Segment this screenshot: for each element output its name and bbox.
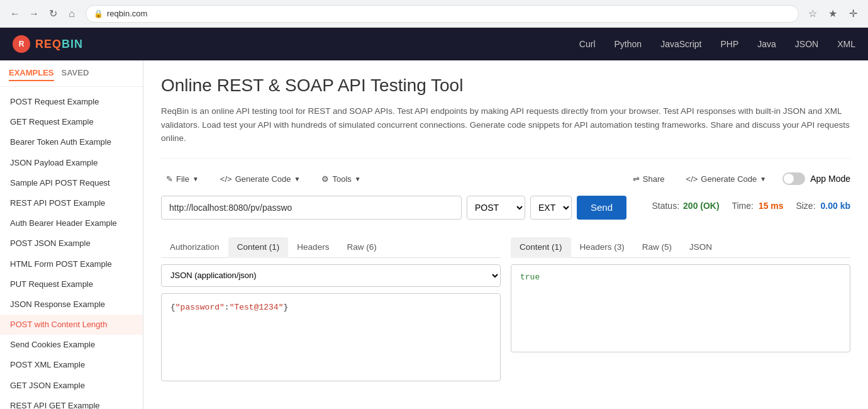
tab-response-headers[interactable]: Headers (3) [571,237,633,258]
generate-code-right-chevron-icon: ▼ [760,176,766,182]
send-button[interactable]: Send [577,196,626,220]
toolbar-right: ⇌ Share </> Generate Code ▼ App Mode [628,171,850,187]
nav-python[interactable]: Python [615,36,642,52]
sidebar-item-rest-post[interactable]: REST API POST Example [0,193,143,213]
sidebar-item-send-cookies[interactable]: Send Cookies Example [0,335,143,355]
content-type-select[interactable]: JSON (application/json) Text (text/plain… [161,264,501,287]
content-area: Online REST & SOAP API Testing Tool ReqB… [143,60,868,409]
url-input[interactable] [161,196,462,220]
app-header: R REQBIN Curl Python JavaScript PHP Java… [0,28,868,60]
tab-response-raw[interactable]: Raw (5) [633,237,681,258]
extensions-icon[interactable]: ✛ [845,6,860,21]
code-icon-left: </> [220,174,232,184]
logo-bin: BIN [62,38,83,50]
app-mode-toggle: App Mode [782,172,850,185]
tab-headers[interactable]: Headers [288,237,338,258]
page-description: ReqBin is an online API testing tool for… [161,104,850,159]
refresh-button[interactable]: ↻ [45,6,60,21]
generate-code-right-label: Generate Code [701,174,757,184]
logo-icon: R [13,35,30,53]
toolbar-left: ✎ File ▼ </> Generate Code ▼ ⚙ Tools ▼ [161,171,366,187]
tools-label: Tools [332,174,351,184]
time-value: 15 ms [759,201,784,211]
tab-content[interactable]: Content (1) [228,237,289,258]
nav-curl[interactable]: Curl [579,36,596,52]
forward-button[interactable]: → [26,6,42,21]
logo-req: REQ [35,38,62,50]
app-mode-switch[interactable] [782,172,805,185]
generate-code-left-button[interactable]: </> Generate Code ▼ [215,171,306,187]
response-value: true [520,272,540,282]
address-bar[interactable]: 🔒 reqbin.com [86,5,799,23]
sidebar-item-sample-api[interactable]: Sample API POST Request [0,173,143,193]
sidebar-item-post-json[interactable]: POST JSON Example [0,233,143,254]
header-nav: Curl Python JavaScript PHP Java JSON XML [579,36,855,52]
code-colon: : [225,303,230,312]
size-label: Size: [796,201,815,211]
browser-chrome: ← → ↻ ⌂ 🔒 reqbin.com ☆ ★ ✛ [0,0,868,28]
content-type-row: JSON (application/json) Text (text/plain… [161,264,501,287]
sidebar-item-get-json[interactable]: GET JSON Example [0,376,143,396]
response-pane: Content (1) Headers (3) Raw (5) JSON tru… [511,237,850,381]
sidebar-list: POST Request Example GET Request Example… [0,87,143,409]
tools-button[interactable]: ⚙ Tools ▼ [316,171,365,187]
nav-json[interactable]: JSON [795,36,818,52]
sidebar-item-put[interactable]: PUT Request Example [0,274,143,294]
main-layout: EXAMPLES SAVED POST Request Example GET … [0,60,868,409]
url-row: POST GET PUT DELETE PATCH EXT Send [161,196,626,220]
response-body: true [511,264,850,352]
star-icon[interactable]: ★ [825,6,840,21]
request-body-editor[interactable]: {"password":"Test@1234"} [161,293,501,381]
generate-code-right-button[interactable]: </> Generate Code ▼ [681,171,772,187]
sidebar-item-post-xml[interactable]: POST XML Example [0,355,143,375]
tab-raw[interactable]: Raw (6) [338,237,385,258]
sidebar-tab-examples[interactable]: EXAMPLES [9,68,54,81]
generate-code-left-label: Generate Code [235,174,291,184]
time-label: Time: [732,201,753,211]
generate-code-left-chevron-icon: ▼ [294,176,301,182]
file-label: File [176,174,189,184]
home-button[interactable]: ⌂ [64,6,79,21]
file-button[interactable]: ✎ File ▼ [161,171,204,187]
url-text: reqbin.com [107,9,147,18]
tab-response-json[interactable]: JSON [681,237,721,258]
nav-buttons: ← → ↻ ⌂ [8,6,79,21]
nav-php[interactable]: PHP [720,36,738,52]
file-icon: ✎ [166,174,173,184]
sidebar-item-post-request[interactable]: POST Request Example [0,92,143,112]
sidebar-item-html-form[interactable]: HTML Form POST Example [0,254,143,274]
sidebar-item-bearer-token[interactable]: Bearer Token Auth Example [0,132,143,152]
bookmark-icon[interactable]: ☆ [805,6,820,21]
browser-actions: ☆ ★ ✛ [805,6,860,21]
tab-authorization[interactable]: Authorization [161,237,228,258]
nav-xml[interactable]: XML [837,36,855,52]
status-value: 200 (OK) [683,201,720,211]
code-value: "Test@1234" [230,303,284,312]
sidebar-item-get-request[interactable]: GET Request Example [0,112,143,132]
sidebar-item-json-response[interactable]: JSON Response Example [0,294,143,315]
size-value: 0.00 kb [821,201,850,211]
file-chevron-icon: ▼ [192,176,199,182]
status-bar: Status: 200 (OK) Time: 15 ms Size: 0.00 … [637,196,850,211]
sidebar-item-post-content-length[interactable]: POST with Content Length [0,315,143,335]
two-pane: Authorization Content (1) Headers Raw (6… [161,237,850,381]
back-button[interactable]: ← [8,6,23,21]
method-select[interactable]: POST GET PUT DELETE PATCH [467,196,525,220]
request-pane: Authorization Content (1) Headers Raw (6… [161,237,501,381]
lock-icon: 🔒 [94,9,103,18]
logo-area: R REQBIN [13,35,83,53]
ext-select[interactable]: EXT [530,196,572,220]
sidebar-tab-saved[interactable]: SAVED [62,68,89,81]
nav-javascript[interactable]: JavaScript [660,36,701,52]
tab-response-content[interactable]: Content (1) [511,237,571,258]
sidebar-tabs: EXAMPLES SAVED [0,60,143,87]
nav-java[interactable]: Java [757,36,776,52]
sidebar-item-auth-bearer[interactable]: Auth Bearer Header Example [0,213,143,233]
sidebar-item-rest-get[interactable]: REST API GET Example [0,396,143,409]
share-button[interactable]: ⇌ Share [628,171,670,187]
sidebar-item-json-payload[interactable]: JSON Payload Example [0,153,143,173]
share-label: Share [643,174,665,184]
logo-text: REQBIN [35,38,83,51]
code-icon-right: </> [686,174,698,184]
tools-icon: ⚙ [321,174,329,184]
